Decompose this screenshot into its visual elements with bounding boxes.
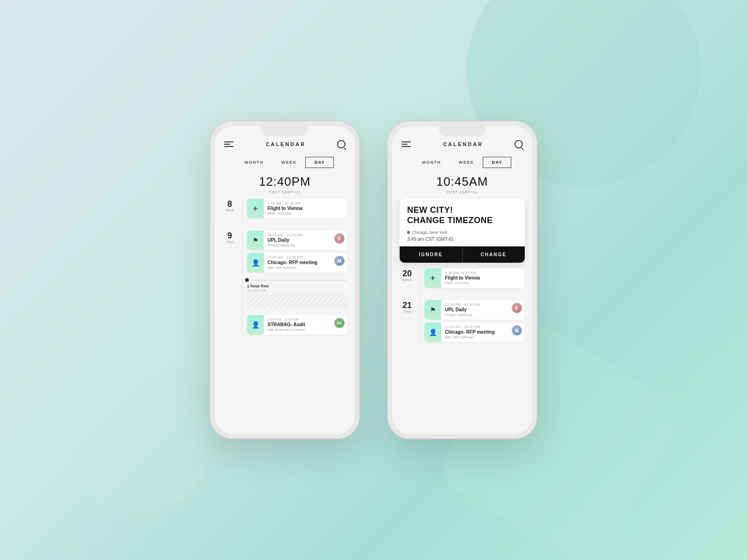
day-label-8: 8 Wed (222, 199, 237, 212)
tab-day-2[interactable]: DAY (483, 157, 511, 168)
phone-1-inner: CALENDAR MONTH WEEK DAY 12:40PM CEST (GM… (215, 126, 355, 434)
menu-line-1 (224, 141, 233, 142)
avatar-female-1: F (334, 233, 345, 244)
phone-2-inner: CALENDAR MONTH WEEK DAY 10:45AM CEST (GM… (392, 126, 532, 434)
event-chicago-rfp[interactable]: 👤 11:00 AM - 12:30 PM Chicago- RFP meeti… (247, 253, 347, 273)
time-zone-1: CEST (GMT+1) (215, 190, 355, 194)
phone-2: CALENDAR MONTH WEEK DAY 10:45AM CEST (GM… (388, 121, 537, 439)
avatar-female-img-1: F (334, 233, 345, 244)
flight-icon-2: ✈ (430, 274, 436, 282)
event-color-bar-6: ⚑ (424, 300, 441, 320)
event-title-7: Chicago- RFP meeting (445, 329, 521, 335)
tab-bar-2: MONTH WEEK DAY (392, 154, 532, 171)
avatar-initials-img-1: BR (334, 318, 345, 328)
day-section-9: 9 Thu ⚑ 10:00 AM - 11:00 AM UPL Dai (222, 231, 347, 337)
event-title-4: STRABAG- Audit (268, 322, 344, 327)
day-line-21 (419, 300, 420, 345)
day-name-8: Wed (222, 208, 237, 212)
time-display-1: 12:40PM CEST (GMT+1) (215, 171, 355, 199)
free-line-bar-1 (252, 280, 347, 280)
ignore-button[interactable]: IGNORE (400, 246, 462, 263)
menu-line-6 (402, 146, 411, 147)
free-block-1: 1 hour free 40 mins left (247, 275, 347, 313)
event-body-1: 7:30 AM - 10:30 AM Flight to Vienna PNR-… (264, 199, 347, 218)
search-icon[interactable] (337, 140, 345, 148)
tab-bar-1: MONTH WEEK DAY (215, 154, 355, 171)
time-display-2: 10:45AM CEST (GMT+1) (392, 171, 532, 199)
time-main-2: 10:45AM (392, 175, 532, 189)
time-main-1: 12:40PM (215, 175, 355, 189)
person-icon-1: 👤 (252, 259, 260, 266)
tab-month-2[interactable]: MONTH (413, 157, 450, 168)
day-line-20 (419, 268, 420, 296)
event-color-bar-7: 👤 (424, 322, 441, 342)
events-col-20: ✈ 9:30 AM - 6:30 PM Flight to Vienna PNR… (424, 268, 525, 291)
tab-week-2[interactable]: WEEK (450, 157, 483, 168)
menu-line-5 (402, 144, 408, 145)
event-time-5: 9:30 AM - 6:30 PM (445, 271, 521, 274)
menu-line-4 (402, 141, 411, 142)
events-col-9: ⚑ 10:00 AM - 11:00 AM UPL Daily Project … (247, 231, 347, 337)
day-name-9: Thu (222, 240, 237, 244)
event-time-6: 10:00 AM - 11:00 AM (445, 303, 521, 306)
avatar-br-1: BR (334, 318, 345, 328)
search-icon-2[interactable] (514, 140, 523, 148)
event-sub-7: with Jeff Huffman (445, 335, 521, 339)
avatar-male-img-1: M (334, 256, 345, 266)
day-num-9: 9 (222, 231, 237, 240)
event-flight-vienna[interactable]: ✈ 7:30 AM - 10:30 AM Flight to Vienna PN… (247, 199, 347, 218)
event-color-bar-2: ⚑ (247, 231, 264, 250)
person-icon-3: 👤 (429, 329, 437, 336)
event-title-3: Chicago- RFP meeting (268, 260, 344, 265)
day-section-20: 20 Wed ✈ 9:30 AM - 6:30 PM Flight to Vie… (400, 268, 525, 296)
location-dot (407, 231, 410, 234)
change-button[interactable]: CHANGE (462, 246, 525, 263)
event-chicago-rfp-2[interactable]: 👤 11:00 AM - 12:30 PM Chicago- RFP meeti… (424, 322, 525, 342)
menu-icon-2[interactable] (402, 139, 412, 149)
event-sub-5: PNR- H23JSA (445, 281, 521, 285)
scroll-content-2: NEW CITY!CHANGE TIMEZONE Chicago, New Yo… (392, 199, 532, 434)
tab-day-1[interactable]: DAY (305, 157, 334, 168)
free-text-1: 1 hour free 40 mins left (247, 282, 347, 294)
event-upl-daily[interactable]: ⚑ 10:00 AM - 11:00 AM UPL Daily Project … (247, 231, 347, 250)
event-sub-3: with Jeff Huffman (268, 266, 344, 270)
flight-icon: ✈ (253, 205, 258, 212)
phone-1: CALENDAR MONTH WEEK DAY 12:40PM CEST (GM… (210, 121, 359, 439)
notch-2 (439, 126, 486, 136)
popup-time: 3:45 am CST (GMT-6) (407, 237, 517, 242)
event-color-bar-1: ✈ (247, 199, 264, 218)
event-time-2: 10:00 AM - 11:00 AM (268, 233, 344, 237)
event-color-bar-4: 👤 (247, 315, 264, 335)
event-upl-daily-2[interactable]: ⚑ 10:00 AM - 11:00 AM UPL Daily Project … (424, 300, 525, 320)
event-sub-4: with Brad and 3 others (268, 328, 344, 332)
event-body-5: 9:30 AM - 6:30 PM Flight to Vienna PNR- … (441, 268, 525, 288)
day-label-21: 21 Thu (400, 300, 415, 314)
menu-icon[interactable] (224, 139, 234, 149)
event-time-4: 2:00 PM - 3:00 PM (268, 318, 344, 321)
event-flight-vienna-2[interactable]: ✈ 9:30 AM - 6:30 PM Flight to Vienna PNR… (424, 268, 525, 288)
event-color-bar-3: 👤 (247, 253, 264, 273)
avatar-male-1: M (334, 256, 345, 266)
menu-line-2 (224, 144, 230, 145)
day-label-20: 20 Wed (400, 268, 415, 282)
timezone-popup[interactable]: NEW CITY!CHANGE TIMEZONE Chicago, New Yo… (400, 199, 525, 263)
event-title-2: UPL Daily (268, 238, 344, 243)
tab-week-1[interactable]: WEEK (272, 157, 305, 168)
menu-line-3 (224, 146, 233, 147)
free-title-1: 1 hour free (247, 284, 347, 288)
event-time-7: 11:00 AM - 12:30 PM (445, 325, 521, 329)
event-title-1: Flight to Vienna (268, 206, 344, 211)
header-title-1: CALENDAR (266, 141, 306, 147)
tab-month-1[interactable]: MONTH (236, 157, 273, 168)
event-strabag[interactable]: 👤 2:00 PM - 3:00 PM STRABAG- Audit with … (247, 315, 347, 335)
event-sub-6: Project stand-up (445, 313, 521, 317)
free-line-1 (247, 278, 347, 282)
event-sub-2: Project stand-up (268, 243, 344, 247)
event-sub-1: PNR- H23JSA (268, 211, 344, 216)
dot-marker-1 (245, 278, 249, 282)
events-col-8: ✈ 7:30 AM - 10:30 AM Flight to Vienna PN… (247, 199, 347, 221)
time-zone-2: CEST (GMT+1) (392, 190, 532, 194)
day-num-8: 8 (222, 200, 237, 208)
event-title-6: UPL Daily (445, 307, 521, 312)
flag-icon-2: ⚑ (430, 306, 436, 314)
